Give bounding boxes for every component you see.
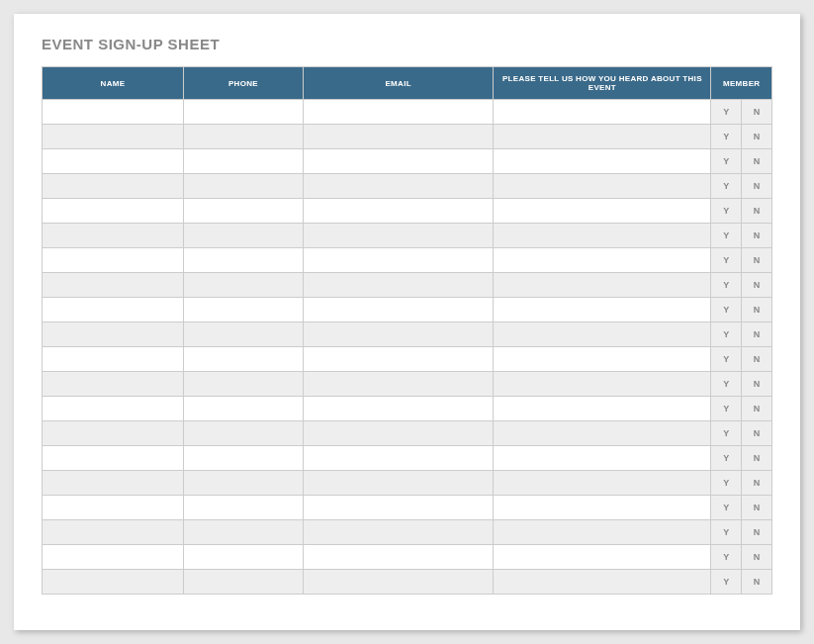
cell-member-y[interactable]: Y <box>711 421 742 446</box>
cell-phone[interactable] <box>183 199 303 224</box>
cell-phone[interactable] <box>183 224 303 248</box>
cell-name[interactable] <box>43 248 184 273</box>
cell-email[interactable] <box>303 446 493 471</box>
cell-member-y[interactable]: Y <box>711 298 742 322</box>
cell-member-n[interactable]: N <box>742 125 772 149</box>
cell-email[interactable] <box>303 322 493 347</box>
cell-heard[interactable] <box>494 372 711 397</box>
cell-member-n[interactable]: N <box>742 421 772 446</box>
cell-member-n[interactable]: N <box>742 174 772 199</box>
cell-heard[interactable] <box>494 421 711 446</box>
cell-member-n[interactable]: N <box>742 372 772 397</box>
cell-heard[interactable] <box>494 570 711 595</box>
cell-email[interactable] <box>303 347 493 372</box>
cell-name[interactable] <box>43 322 184 347</box>
cell-email[interactable] <box>303 224 493 248</box>
cell-name[interactable] <box>43 372 184 397</box>
cell-email[interactable] <box>303 273 493 298</box>
cell-heard[interactable] <box>494 347 711 372</box>
cell-email[interactable] <box>303 397 493 421</box>
cell-member-n[interactable]: N <box>742 100 772 125</box>
cell-heard[interactable] <box>494 471 711 496</box>
cell-member-n[interactable]: N <box>742 199 772 224</box>
cell-name[interactable] <box>43 199 184 224</box>
cell-heard[interactable] <box>494 446 711 471</box>
cell-phone[interactable] <box>183 248 303 273</box>
cell-member-y[interactable]: Y <box>711 248 742 273</box>
cell-phone[interactable] <box>183 471 303 496</box>
cell-heard[interactable] <box>494 545 711 570</box>
cell-email[interactable] <box>303 100 493 125</box>
cell-email[interactable] <box>303 421 493 446</box>
cell-member-y[interactable]: Y <box>711 347 742 372</box>
cell-member-y[interactable]: Y <box>711 174 742 199</box>
cell-member-n[interactable]: N <box>742 322 772 347</box>
cell-phone[interactable] <box>183 347 303 372</box>
cell-name[interactable] <box>43 347 184 372</box>
cell-member-y[interactable]: Y <box>711 224 742 248</box>
cell-member-y[interactable]: Y <box>711 471 742 496</box>
cell-member-n[interactable]: N <box>742 446 772 471</box>
cell-heard[interactable] <box>494 248 711 273</box>
cell-member-y[interactable]: Y <box>711 125 742 149</box>
cell-heard[interactable] <box>494 520 711 545</box>
cell-email[interactable] <box>303 545 493 570</box>
cell-member-n[interactable]: N <box>742 471 772 496</box>
cell-email[interactable] <box>303 372 493 397</box>
cell-heard[interactable] <box>494 273 711 298</box>
cell-name[interactable] <box>43 520 184 545</box>
cell-heard[interactable] <box>494 322 711 347</box>
cell-email[interactable] <box>303 248 493 273</box>
cell-phone[interactable] <box>183 372 303 397</box>
cell-name[interactable] <box>43 100 184 125</box>
cell-heard[interactable] <box>494 174 711 199</box>
cell-member-y[interactable]: Y <box>711 149 742 174</box>
cell-phone[interactable] <box>183 125 303 149</box>
cell-phone[interactable] <box>183 421 303 446</box>
cell-heard[interactable] <box>494 298 711 322</box>
cell-member-y[interactable]: Y <box>711 100 742 125</box>
cell-member-y[interactable]: Y <box>711 520 742 545</box>
cell-email[interactable] <box>303 298 493 322</box>
cell-name[interactable] <box>43 125 184 149</box>
cell-name[interactable] <box>43 421 184 446</box>
cell-member-y[interactable]: Y <box>711 372 742 397</box>
cell-member-n[interactable]: N <box>742 298 772 322</box>
cell-member-n[interactable]: N <box>742 248 772 273</box>
cell-name[interactable] <box>43 298 184 322</box>
cell-member-n[interactable]: N <box>742 570 772 595</box>
cell-heard[interactable] <box>494 199 711 224</box>
cell-member-y[interactable]: Y <box>711 446 742 471</box>
cell-heard[interactable] <box>494 224 711 248</box>
cell-heard[interactable] <box>494 125 711 149</box>
cell-member-n[interactable]: N <box>742 545 772 570</box>
cell-email[interactable] <box>303 496 493 520</box>
cell-email[interactable] <box>303 199 493 224</box>
cell-member-y[interactable]: Y <box>711 496 742 520</box>
cell-email[interactable] <box>303 149 493 174</box>
cell-member-y[interactable]: Y <box>711 273 742 298</box>
cell-phone[interactable] <box>183 174 303 199</box>
cell-name[interactable] <box>43 397 184 421</box>
cell-member-y[interactable]: Y <box>711 199 742 224</box>
cell-email[interactable] <box>303 174 493 199</box>
cell-member-n[interactable]: N <box>742 397 772 421</box>
cell-phone[interactable] <box>183 322 303 347</box>
cell-email[interactable] <box>303 570 493 595</box>
cell-heard[interactable] <box>494 149 711 174</box>
cell-name[interactable] <box>43 149 184 174</box>
cell-name[interactable] <box>43 545 184 570</box>
cell-name[interactable] <box>43 224 184 248</box>
cell-phone[interactable] <box>183 570 303 595</box>
cell-heard[interactable] <box>494 397 711 421</box>
cell-name[interactable] <box>43 570 184 595</box>
cell-member-n[interactable]: N <box>742 496 772 520</box>
cell-member-n[interactable]: N <box>742 273 772 298</box>
cell-phone[interactable] <box>183 520 303 545</box>
cell-member-y[interactable]: Y <box>711 570 742 595</box>
cell-heard[interactable] <box>494 100 711 125</box>
cell-phone[interactable] <box>183 397 303 421</box>
cell-member-n[interactable]: N <box>742 224 772 248</box>
cell-phone[interactable] <box>183 273 303 298</box>
cell-email[interactable] <box>303 520 493 545</box>
